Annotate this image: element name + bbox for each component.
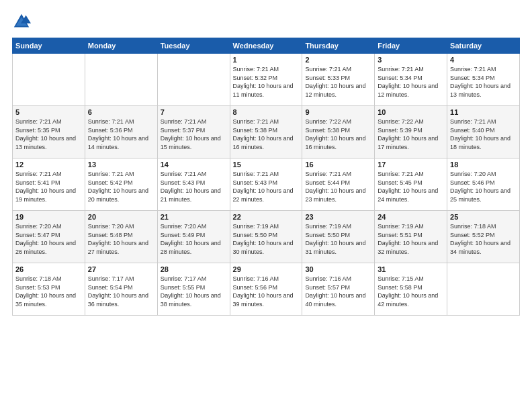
cell-day-number: 11 (450, 108, 517, 116)
calendar-cell: 10Sunrise: 7:22 AM Sunset: 5:39 PM Dayli… (375, 106, 447, 158)
cell-info: Sunrise: 7:16 AM Sunset: 5:56 PM Dayligh… (233, 275, 300, 308)
cell-day-number: 12 (15, 161, 82, 169)
cell-day-number: 7 (161, 108, 227, 116)
logo-icon (12, 12, 31, 31)
cell-day-number: 10 (378, 108, 444, 116)
calendar-cell: 6Sunrise: 7:21 AM Sunset: 5:36 PM Daylig… (85, 106, 157, 158)
calendar-cell (157, 54, 230, 106)
day-header: Saturday (447, 38, 520, 54)
day-header: Monday (85, 38, 157, 54)
cell-info: Sunrise: 7:21 AM Sunset: 5:43 PM Dayligh… (233, 170, 300, 203)
cell-info: Sunrise: 7:21 AM Sunset: 5:43 PM Dayligh… (161, 170, 227, 203)
calendar-cell: 17Sunrise: 7:21 AM Sunset: 5:45 PM Dayli… (375, 158, 447, 211)
page: SundayMondayTuesdayWednesdayThursdayFrid… (0, 0, 532, 411)
calendar-cell: 2Sunrise: 7:21 AM Sunset: 5:33 PM Daylig… (302, 54, 375, 106)
cell-day-number: 17 (378, 161, 444, 169)
day-header: Thursday (302, 38, 375, 54)
cell-day-number: 29 (233, 265, 300, 273)
cell-day-number: 28 (161, 265, 227, 273)
calendar-cell: 20Sunrise: 7:20 AM Sunset: 5:48 PM Dayli… (85, 211, 157, 263)
cell-info: Sunrise: 7:21 AM Sunset: 5:37 PM Dayligh… (161, 118, 227, 151)
calendar-cell (13, 54, 85, 106)
cell-info: Sunrise: 7:19 AM Sunset: 5:51 PM Dayligh… (378, 222, 444, 256)
cell-info: Sunrise: 7:19 AM Sunset: 5:50 PM Dayligh… (233, 222, 300, 256)
cell-day-number: 6 (88, 108, 154, 116)
cell-day-number: 26 (15, 265, 82, 273)
calendar-cell: 27Sunrise: 7:17 AM Sunset: 5:54 PM Dayli… (85, 263, 157, 316)
calendar-cell: 30Sunrise: 7:16 AM Sunset: 5:57 PM Dayli… (302, 263, 375, 316)
cell-day-number: 27 (88, 265, 154, 273)
cell-info: Sunrise: 7:21 AM Sunset: 5:32 PM Dayligh… (233, 65, 300, 99)
cell-info: Sunrise: 7:16 AM Sunset: 5:57 PM Dayligh… (305, 275, 371, 308)
cell-day-number: 3 (378, 56, 444, 64)
day-header: Friday (375, 38, 447, 54)
logo (12, 12, 34, 31)
calendar-cell: 5Sunrise: 7:21 AM Sunset: 5:35 PM Daylig… (13, 106, 85, 158)
cell-info: Sunrise: 7:19 AM Sunset: 5:50 PM Dayligh… (305, 222, 371, 256)
cell-day-number: 2 (305, 56, 371, 64)
calendar-cell (447, 263, 520, 316)
calendar-cell: 29Sunrise: 7:16 AM Sunset: 5:56 PM Dayli… (230, 263, 302, 316)
cell-info: Sunrise: 7:21 AM Sunset: 5:41 PM Dayligh… (15, 170, 82, 203)
calendar-cell: 31Sunrise: 7:15 AM Sunset: 5:58 PM Dayli… (375, 263, 447, 316)
cell-day-number: 24 (378, 213, 444, 221)
calendar-cell: 4Sunrise: 7:21 AM Sunset: 5:34 PM Daylig… (447, 54, 520, 106)
cell-day-number: 8 (233, 108, 300, 116)
calendar-cell (85, 54, 157, 106)
cell-day-number: 30 (305, 265, 371, 273)
cell-info: Sunrise: 7:21 AM Sunset: 5:35 PM Dayligh… (15, 118, 82, 151)
cell-info: Sunrise: 7:21 AM Sunset: 5:45 PM Dayligh… (378, 170, 444, 203)
cell-day-number: 22 (233, 213, 300, 221)
calendar-cell: 15Sunrise: 7:21 AM Sunset: 5:43 PM Dayli… (230, 158, 302, 211)
calendar-cell: 26Sunrise: 7:18 AM Sunset: 5:53 PM Dayli… (13, 263, 85, 316)
calendar: SundayMondayTuesdayWednesdayThursdayFrid… (12, 38, 520, 316)
cell-info: Sunrise: 7:21 AM Sunset: 5:44 PM Dayligh… (305, 170, 371, 203)
week-row: 1Sunrise: 7:21 AM Sunset: 5:32 PM Daylig… (13, 54, 520, 106)
day-header: Wednesday (230, 38, 302, 54)
calendar-cell: 9Sunrise: 7:22 AM Sunset: 5:38 PM Daylig… (302, 106, 375, 158)
cell-info: Sunrise: 7:21 AM Sunset: 5:36 PM Dayligh… (88, 118, 154, 151)
cell-info: Sunrise: 7:20 AM Sunset: 5:49 PM Dayligh… (161, 222, 227, 256)
cell-info: Sunrise: 7:21 AM Sunset: 5:34 PM Dayligh… (378, 65, 444, 99)
cell-day-number: 18 (450, 161, 517, 169)
cell-day-number: 14 (161, 161, 227, 169)
week-row: 19Sunrise: 7:20 AM Sunset: 5:47 PM Dayli… (13, 211, 520, 263)
header-row: SundayMondayTuesdayWednesdayThursdayFrid… (13, 38, 520, 54)
cell-info: Sunrise: 7:21 AM Sunset: 5:34 PM Dayligh… (450, 65, 517, 99)
cell-day-number: 21 (161, 213, 227, 221)
cell-day-number: 1 (233, 56, 300, 64)
day-header: Tuesday (157, 38, 230, 54)
cell-info: Sunrise: 7:21 AM Sunset: 5:42 PM Dayligh… (88, 170, 154, 203)
cell-info: Sunrise: 7:17 AM Sunset: 5:54 PM Dayligh… (88, 275, 154, 308)
cell-day-number: 4 (450, 56, 517, 64)
week-row: 26Sunrise: 7:18 AM Sunset: 5:53 PM Dayli… (13, 263, 520, 316)
cell-info: Sunrise: 7:15 AM Sunset: 5:58 PM Dayligh… (378, 275, 444, 308)
calendar-cell: 11Sunrise: 7:21 AM Sunset: 5:40 PM Dayli… (447, 106, 520, 158)
cell-info: Sunrise: 7:20 AM Sunset: 5:47 PM Dayligh… (15, 222, 82, 256)
calendar-cell: 22Sunrise: 7:19 AM Sunset: 5:50 PM Dayli… (230, 211, 302, 263)
calendar-cell: 25Sunrise: 7:18 AM Sunset: 5:52 PM Dayli… (447, 211, 520, 263)
cell-info: Sunrise: 7:20 AM Sunset: 5:46 PM Dayligh… (450, 170, 517, 203)
cell-day-number: 15 (233, 161, 300, 169)
cell-info: Sunrise: 7:21 AM Sunset: 5:38 PM Dayligh… (233, 118, 300, 151)
cell-day-number: 5 (15, 108, 82, 116)
cell-info: Sunrise: 7:18 AM Sunset: 5:52 PM Dayligh… (450, 222, 517, 256)
cell-day-number: 31 (378, 265, 444, 273)
calendar-cell: 23Sunrise: 7:19 AM Sunset: 5:50 PM Dayli… (302, 211, 375, 263)
calendar-cell: 3Sunrise: 7:21 AM Sunset: 5:34 PM Daylig… (375, 54, 447, 106)
calendar-cell: 13Sunrise: 7:21 AM Sunset: 5:42 PM Dayli… (85, 158, 157, 211)
day-header: Sunday (13, 38, 85, 54)
cell-info: Sunrise: 7:20 AM Sunset: 5:48 PM Dayligh… (88, 222, 154, 256)
calendar-cell: 28Sunrise: 7:17 AM Sunset: 5:55 PM Dayli… (157, 263, 230, 316)
cell-day-number: 25 (450, 213, 517, 221)
cell-day-number: 23 (305, 213, 371, 221)
cell-info: Sunrise: 7:22 AM Sunset: 5:38 PM Dayligh… (305, 118, 371, 151)
calendar-cell: 8Sunrise: 7:21 AM Sunset: 5:38 PM Daylig… (230, 106, 302, 158)
header (12, 12, 520, 31)
cell-info: Sunrise: 7:21 AM Sunset: 5:40 PM Dayligh… (450, 118, 517, 151)
cell-info: Sunrise: 7:18 AM Sunset: 5:53 PM Dayligh… (15, 275, 82, 308)
cell-day-number: 9 (305, 108, 371, 116)
cell-info: Sunrise: 7:22 AM Sunset: 5:39 PM Dayligh… (378, 118, 444, 151)
week-row: 5Sunrise: 7:21 AM Sunset: 5:35 PM Daylig… (13, 106, 520, 158)
calendar-cell: 18Sunrise: 7:20 AM Sunset: 5:46 PM Dayli… (447, 158, 520, 211)
